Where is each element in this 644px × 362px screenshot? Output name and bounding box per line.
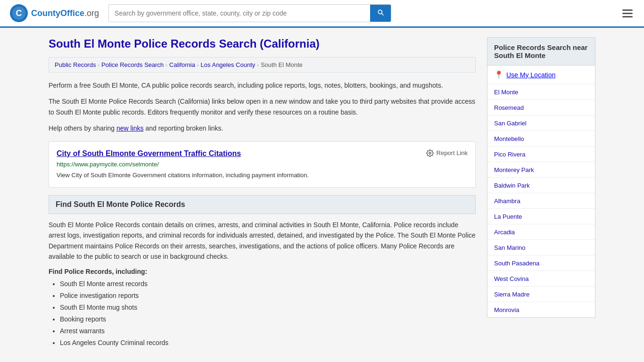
list-item: South El Monte mug shots [60,303,476,313]
breadcrumb-california[interactable]: California [169,61,195,68]
sidebar-item-rosemead[interactable]: Rosemead [487,100,595,115]
logo-icon: C [9,4,28,23]
search-button[interactable] [370,5,391,22]
use-location-link[interactable]: Use My Location [506,71,555,79]
logo-text: CountyOffice.org [31,8,99,18]
list-item: Police investigation reports [60,291,476,301]
sidebar-item-sierra-madre[interactable]: Sierra Madre [487,287,595,302]
section-header: Find South El Monte Police Records [49,195,476,214]
svg-text:C: C [16,8,22,18]
sidebar-item-arcadia[interactable]: Arcadia [487,224,595,240]
search-bar [108,4,391,22]
report-link-button[interactable]: Report Link [426,149,468,157]
search-input[interactable] [109,6,370,21]
logo[interactable]: C CountyOffice.org [9,4,99,23]
report-icon [426,149,434,157]
breadcrumb-current: South El Monte [261,61,303,68]
sidebar-item-alhambra[interactable]: Alhambra [487,193,595,209]
breadcrumb-la-county[interactable]: Los Angeles County [201,61,256,68]
breadcrumb-police-records[interactable]: Police Records Search [101,61,164,68]
location-pin-icon: 📍 [494,70,504,79]
desc-para-2: The South El Monte Police Records Search… [49,96,476,117]
sidebar-item-pico-rivera[interactable]: Pico Rivera [487,147,595,162]
sidebar-item-monrovia[interactable]: Monrovia [487,302,595,317]
search-icon [377,8,384,16]
record-list: South El Monte arrest records Police inv… [49,279,476,348]
menu-icon[interactable] [620,8,635,19]
link-card: City of South Elmonte Government Traffic… [49,141,476,188]
list-item: South El Monte arrest records [60,279,476,289]
link-url[interactable]: https://www.paymycite.com/selmonte/ [57,161,468,168]
sidebar-item-baldwin-park[interactable]: Baldwin Park [487,178,595,193]
list-item: Arrest warrants [60,326,476,336]
list-item: Booking reports [60,314,476,324]
sidebar-title: Police Records Search near South El Mont… [487,37,595,66]
section-body: South El Monte Police Records contain de… [49,220,476,262]
svg-point-3 [429,152,431,154]
sidebar-item-montebello[interactable]: Montebello [487,131,595,147]
page-title: South El Monte Police Records Search (Ca… [49,37,476,50]
sidebar-list: 📍 Use My Location El Monte Rosemead San … [487,66,595,318]
list-item: Los Angeles County Criminal records [60,338,476,348]
desc-para-1: Perform a free South El Monte, CA public… [49,80,476,90]
link-desc: View City of South Elmonte Government ci… [57,171,468,180]
sidebar-item-el-monte[interactable]: El Monte [487,84,595,100]
use-my-location[interactable]: 📍 Use My Location [487,66,595,84]
sidebar-item-west-covina[interactable]: West Covina [487,271,595,287]
new-links-link[interactable]: new links [116,124,144,132]
sidebar-item-san-marino[interactable]: San Marino [487,240,595,255]
breadcrumb-public-records[interactable]: Public Records [55,61,96,68]
sidebar-item-la-puente[interactable]: La Puente [487,209,595,224]
sidebar: Police Records Search near South El Mont… [487,37,595,350]
sidebar-item-monterey-park[interactable]: Monterey Park [487,162,595,178]
sidebar-item-san-gabriel[interactable]: San Gabriel [487,115,595,131]
sidebar-item-south-pasadena[interactable]: South Pasadena [487,255,595,271]
desc-para-3: Help others by sharing new links and rep… [49,123,476,133]
find-records-title: Find Police Records, including: [49,268,476,275]
link-card-title[interactable]: City of South Elmonte Government Traffic… [57,149,241,158]
breadcrumb: Public Records › Police Records Search ›… [49,57,476,73]
